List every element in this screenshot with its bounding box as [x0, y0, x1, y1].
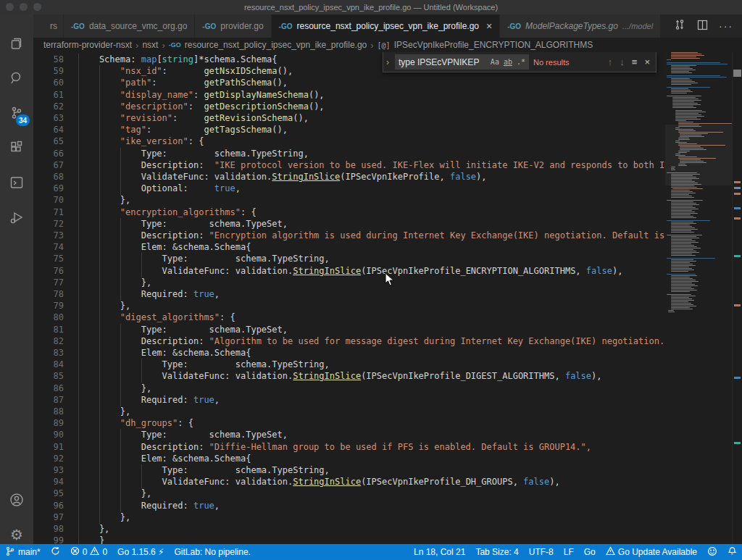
language-mode[interactable]: Go [579, 544, 601, 560]
indent-guide-line [99, 89, 100, 101]
account-icon[interactable] [0, 484, 33, 516]
scrollbar-slider[interactable] [733, 70, 741, 77]
tabs: rsGOdata_source_vmc_org.goGOprovider.goG… [33, 14, 664, 38]
find-next-icon[interactable]: ↓ [618, 57, 626, 67]
encoding-label: UTF-8 [529, 547, 554, 557]
code-text: Required: true, [141, 500, 220, 511]
code-line: 96Required: true, [33, 500, 665, 512]
explorer-icon[interactable] [0, 28, 33, 59]
regex-icon[interactable]: .* [517, 58, 525, 66]
breadcrumb-item-file[interactable]: resource_nsxt_policy_ipsec_vpn_ike_profi… [185, 40, 367, 50]
indent-guide-line [78, 383, 79, 395]
minimap-viewport[interactable] [665, 125, 732, 185]
go-update[interactable]: Go Update Available [601, 544, 702, 560]
ruler-decoration [734, 207, 741, 209]
find-previous-icon[interactable]: ↑ [606, 57, 614, 67]
terminal-icon[interactable] [0, 167, 33, 198]
tab-provider-go[interactable]: GOprovider.go [195, 14, 271, 38]
indent-guide-line [99, 218, 100, 230]
breadcrumb: terraform-provider-nsxt › nsxt › GO reso… [33, 38, 742, 52]
line-number: 95 [33, 488, 64, 499]
line-number: 68 [33, 171, 64, 183]
cursor-position[interactable]: Ln 18, Col 21 [409, 544, 470, 560]
tab-modelpackagetypes-go[interactable]: GOModelPackageTypes.go.../model [500, 14, 661, 38]
overview-ruler[interactable] [732, 52, 742, 544]
minimap-line [671, 72, 692, 73]
tab-resource-nsxt-policy-ipsec-vpn-ike-profile-go[interactable]: GOresource_nsxt_policy_ipsec_vpn_ike_pro… [272, 14, 501, 38]
close-icon[interactable]: × [643, 57, 651, 67]
source-control-icon[interactable]: 34 [0, 97, 33, 129]
compare-changes-icon[interactable] [673, 18, 686, 34]
indent-guide-line [141, 359, 142, 371]
problems-status[interactable]: 00 [65, 544, 112, 560]
notifications[interactable] [722, 544, 742, 560]
tab-data-source-vmc-org-go[interactable]: GOdata_source_vmc_org.go [64, 14, 195, 38]
match-case-icon[interactable]: Aa [491, 58, 499, 66]
toggle-replace-icon[interactable]: › [385, 57, 391, 67]
minimap-line [671, 217, 696, 218]
indent-guide-line [78, 112, 79, 125]
breadcrumb-item-folder[interactable]: nsxt [142, 40, 158, 50]
ruler-decoration [734, 377, 741, 379]
close-icon[interactable]: × [486, 20, 492, 32]
split-editor-icon[interactable] [696, 19, 709, 34]
tab-size[interactable]: Tab Size: 4 [470, 544, 523, 560]
code-editor[interactable]: 58Schema: map[string]*schema.Schema{59"n… [33, 52, 742, 544]
indent-guide-line [78, 148, 79, 160]
code-text: Description: "Diffie-Hellman group to be… [141, 441, 591, 453]
code-line: 82Description: "Algorithm to be used for… [33, 335, 665, 348]
indent-guide-line [120, 218, 121, 230]
branch-status[interactable]: main* [0, 544, 46, 560]
sync-status[interactable] [46, 544, 65, 560]
minimap-line [671, 271, 688, 272]
tab-rs[interactable]: rs [33, 14, 64, 38]
encoding[interactable]: UTF-8 [524, 544, 559, 560]
go-file-icon: GO [202, 22, 216, 30]
line-number: 58 [33, 54, 64, 65]
maximize-window-icon[interactable] [33, 3, 41, 11]
go-version-status[interactable]: Go 1.15.6 ⚡ [112, 544, 169, 560]
find-query-text: type IPSEcVPNIKEP [399, 57, 486, 67]
code-line: 87Required: true, [33, 394, 665, 406]
line-number: 65 [33, 135, 64, 147]
symbol-field-icon: [@] [378, 41, 391, 49]
tab-label: provider.go [220, 21, 263, 31]
line-number: 93 [33, 464, 64, 476]
indent-guide-line [120, 171, 121, 183]
line-number: 59 [33, 65, 64, 77]
indent-guide-line [120, 500, 121, 512]
indent-guide-line [99, 464, 100, 477]
indent-guide-line [99, 206, 100, 219]
ruler-decoration [734, 187, 741, 189]
extensions-icon[interactable] [0, 132, 33, 164]
indent-guide-line [99, 394, 100, 406]
title-bar: resource_nsxt_policy_ipsec_vpn_ike_profi… [0, 0, 742, 14]
branch-icon [5, 546, 15, 559]
feedback[interactable] [702, 544, 722, 560]
code-text: Type: schema.TypeString, [162, 464, 330, 476]
find-input[interactable]: type IPSEcVPNIKEP Aa ab .* [395, 54, 529, 70]
code-line: 62"description": getDescriptionSchema(), [33, 101, 665, 113]
indent-guide-line [78, 429, 79, 441]
go-file-icon: GO [507, 22, 521, 30]
breadcrumb-item-root[interactable]: terraform-provider-nsxt [43, 40, 132, 50]
search-icon[interactable] [0, 62, 33, 94]
code-text: Description: "IKE protocol version to be… [141, 159, 742, 171]
gitlab-status[interactable]: GitLab: No pipeline. [170, 544, 256, 560]
close-window-icon[interactable] [6, 3, 14, 11]
indent-guide-line [99, 406, 100, 418]
breadcrumb-item-symbol[interactable]: IPSecVpnIkeProfile_ENCRYPTION_ALGORITHMS [394, 40, 593, 50]
vscode-window: resource_nsxt_policy_ipsec_vpn_ike_profi… [0, 0, 742, 560]
whole-word-icon[interactable]: ab [504, 58, 512, 66]
indent-guide-line [78, 476, 79, 488]
minimap[interactable] [665, 52, 732, 544]
minimize-window-icon[interactable] [20, 3, 28, 11]
eol[interactable]: LF [559, 544, 579, 560]
run-debug-icon[interactable] [0, 201, 33, 233]
code-text: }, [120, 511, 130, 523]
indent-guide-line [99, 476, 100, 488]
code-line: 61"display_name": getDisplayNameSchema()… [33, 89, 665, 101]
find-in-selection-icon[interactable]: ≡ [630, 57, 639, 67]
more-actions-icon[interactable]: ··· [719, 20, 733, 32]
code-text: "display_name": getDisplayNameSchema(), [120, 89, 325, 101]
